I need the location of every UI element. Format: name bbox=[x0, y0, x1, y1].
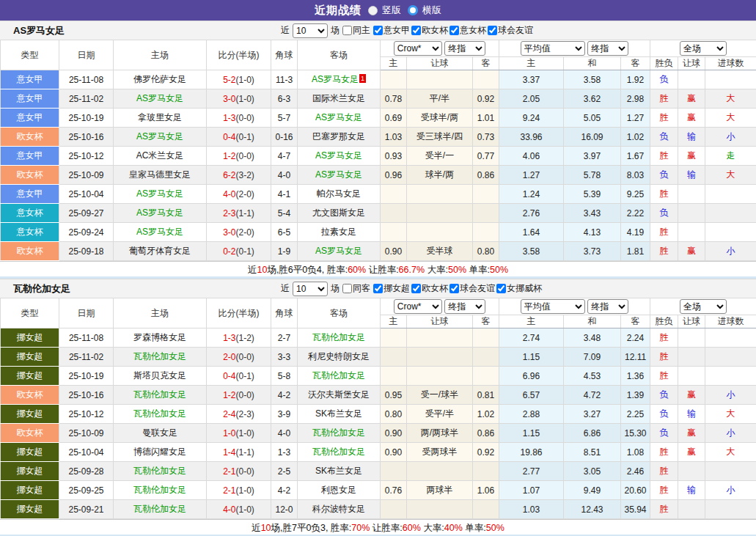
match-score: 2-0(0-0) bbox=[207, 348, 271, 367]
same-venue-filter[interactable]: 同主 bbox=[341, 24, 370, 37]
match-score: 0-2(0-1) bbox=[207, 242, 271, 261]
corner-score: 5-7 bbox=[271, 109, 298, 128]
away-team: 瓦勒伦加女足 bbox=[298, 424, 381, 443]
euro-away-odds: 8.03 bbox=[621, 166, 650, 185]
euro-home-odds: 6.96 bbox=[499, 367, 564, 386]
euro-away-odds: 2.46 bbox=[621, 462, 650, 481]
result-goals bbox=[705, 348, 756, 367]
league-filter-checkbox[interactable] bbox=[488, 26, 497, 35]
match-row: 意女甲25-10-12AC米兰女足1-2(0-0)4-7AS罗马女足0.93受半… bbox=[1, 147, 756, 166]
league-filter-label: 女挪威杯 bbox=[507, 282, 542, 295]
result-goals bbox=[705, 328, 756, 348]
scope-select-group: 全场 bbox=[650, 40, 756, 57]
same-venue-checkbox[interactable] bbox=[342, 26, 352, 35]
same-venue-filter[interactable]: 同客 bbox=[341, 282, 370, 295]
league-filter[interactable]: 女挪威杯 bbox=[495, 282, 542, 295]
ah-away-odds: 1.01 bbox=[473, 109, 499, 128]
result-winlose: 胜 bbox=[650, 223, 678, 242]
col-result-winlose: 胜负 bbox=[650, 57, 678, 70]
team-name: 瓦勒伦加女足 bbox=[13, 282, 70, 295]
league-filter[interactable]: 球会友谊 bbox=[448, 282, 495, 295]
result-handicap bbox=[678, 204, 705, 223]
final-odds-select[interactable]: 终指 bbox=[587, 299, 628, 314]
home-team: AC米兰女足 bbox=[114, 147, 207, 166]
final-odds-select[interactable]: 终指 bbox=[587, 41, 628, 56]
euro-away-odds: 12.11 bbox=[621, 348, 650, 367]
league-filter-checkbox[interactable] bbox=[373, 26, 383, 35]
result-goals: 大 bbox=[705, 166, 756, 185]
match-date: 25-11-02 bbox=[59, 348, 114, 367]
horizontal-radio[interactable] bbox=[408, 5, 418, 15]
league-badge: 挪女超 bbox=[1, 405, 59, 424]
average-odds-select[interactable]: 平均值 bbox=[521, 41, 585, 56]
final-index-select[interactable]: 终指 bbox=[444, 41, 485, 56]
col-corner: 角球 bbox=[271, 298, 298, 328]
col-eu-draw: 和 bbox=[564, 57, 621, 70]
ah-home-odds bbox=[381, 70, 407, 89]
ah-line: 两/两球半 bbox=[407, 424, 473, 443]
result-winlose: 负 bbox=[650, 128, 678, 147]
league-filter[interactable]: 挪女超 bbox=[372, 282, 410, 295]
league-filter-checkbox[interactable] bbox=[449, 26, 459, 35]
euro-away-odds: 2.25 bbox=[621, 405, 650, 424]
euro-away-odds: 35.94 bbox=[621, 500, 650, 519]
league-filter-checkbox[interactable] bbox=[411, 284, 421, 293]
away-team: AS罗马女足 bbox=[298, 242, 381, 261]
bookmaker-select[interactable]: Crow* bbox=[394, 299, 442, 314]
same-venue-label: 同主 bbox=[353, 24, 370, 37]
league-filter[interactable]: 欧女杯 bbox=[410, 282, 448, 295]
match-row: 欧女杯25-10-16AS罗马女足0-4(0-1)0-16巴塞罗那女足1.03受… bbox=[1, 128, 756, 147]
corner-score: 6-3 bbox=[271, 89, 298, 109]
result-handicap bbox=[678, 223, 705, 242]
same-venue-checkbox[interactable] bbox=[342, 284, 352, 293]
away-team: 瓦勒伦加女足 bbox=[298, 328, 381, 348]
ah-line: 受一/球半 bbox=[407, 386, 473, 405]
league-filter[interactable]: 意女杯 bbox=[448, 24, 486, 37]
match-row: 意女甲25-11-02AS罗马女足3-0(1-0)6-3国际米兰女足0.78平/… bbox=[1, 89, 756, 109]
euro-draw-odds: 5.05 bbox=[564, 109, 621, 128]
league-filter-label: 球会友谊 bbox=[460, 282, 495, 295]
euro-away-odds: 20.60 bbox=[621, 481, 650, 500]
euro-away-odds: 2.98 bbox=[621, 89, 650, 109]
result-winlose: 胜 bbox=[650, 443, 678, 462]
league-filter-checkbox[interactable] bbox=[373, 284, 383, 293]
league-filter-checkbox[interactable] bbox=[496, 284, 506, 293]
final-index-select[interactable]: 终指 bbox=[444, 299, 485, 314]
col-result-goals: 进球数 bbox=[705, 315, 756, 328]
recent-count-select[interactable]: 10 bbox=[293, 282, 328, 296]
match-score: 1-0(1-0) bbox=[207, 424, 271, 443]
vertical-radio[interactable] bbox=[368, 6, 378, 15]
match-row: 挪女超25-11-08罗森博格女足1-3(1-2)2-7瓦勒伦加女足2.743.… bbox=[1, 328, 756, 348]
home-team: 博德闪耀女足 bbox=[114, 443, 207, 462]
league-filter[interactable]: 球会友谊 bbox=[486, 24, 533, 37]
league-filter[interactable]: 意女甲 bbox=[372, 24, 410, 37]
ah-line bbox=[407, 70, 473, 89]
match-date: 25-10-16 bbox=[59, 386, 114, 405]
match-row: 欧女杯25-10-09皇家马德里女足6-2(3-2)4-0AS罗马女足0.96球… bbox=[1, 166, 756, 185]
ah-line: 受两球半 bbox=[407, 443, 473, 462]
scope-select-group: 全场 bbox=[650, 298, 756, 315]
recent-count-select[interactable]: 10 bbox=[293, 23, 328, 38]
league-filter[interactable]: 欧女杯 bbox=[410, 24, 448, 37]
league-filter-checkbox[interactable] bbox=[449, 284, 459, 293]
ah-line: 受球半/两 bbox=[407, 109, 473, 128]
summary-text: 近 bbox=[248, 265, 257, 275]
ah-away-odds bbox=[473, 204, 499, 223]
league-badge: 挪女超 bbox=[1, 328, 59, 348]
average-odds-select[interactable]: 平均值 bbox=[521, 299, 585, 314]
scope-select[interactable]: 全场 bbox=[680, 299, 727, 314]
result-winlose: 胜 bbox=[650, 500, 678, 519]
bookmaker-select[interactable]: Crow* bbox=[394, 41, 442, 56]
league-filter-label: 欧女杯 bbox=[422, 282, 448, 295]
home-team: AS罗马女足 bbox=[114, 128, 207, 147]
ah-away-odds bbox=[473, 185, 499, 204]
home-team: 瓦勒伦加女足 bbox=[114, 462, 207, 481]
match-date: 25-10-12 bbox=[59, 405, 114, 424]
away-team: 沃尔夫斯堡女足 bbox=[298, 386, 381, 405]
layout-radio-group: 横版 bbox=[408, 4, 441, 17]
ah-home-odds bbox=[381, 367, 407, 386]
corner-score: 1-3 bbox=[271, 443, 298, 462]
result-goals: 小 bbox=[705, 481, 756, 500]
scope-select[interactable]: 全场 bbox=[680, 41, 727, 56]
league-filter-checkbox[interactable] bbox=[411, 26, 421, 35]
